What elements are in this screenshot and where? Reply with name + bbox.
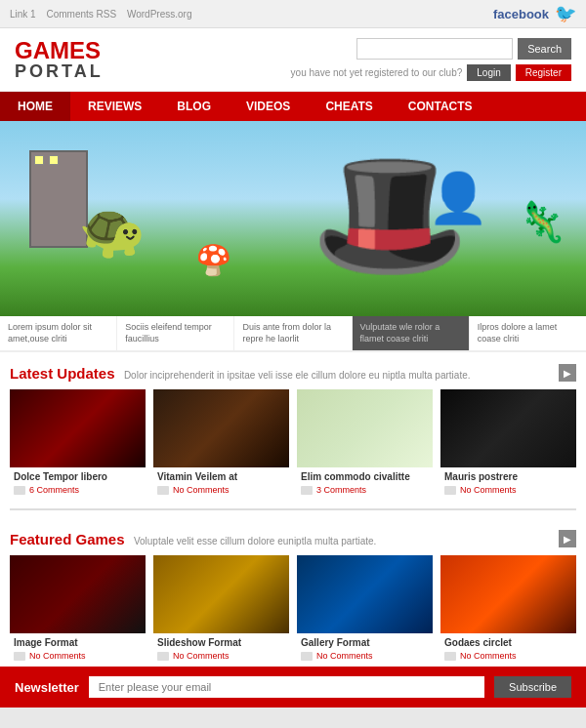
featured-thumb-3	[297, 555, 433, 633]
latest-updates-nav[interactable]: ▶	[559, 364, 576, 382]
featured-games-subtitle: Voluptale velit esse cillum dolore eunip…	[134, 536, 376, 546]
topbar-link-1[interactable]: Link 1	[10, 9, 36, 20]
featured-card-2: Slideshow Format No Comments	[153, 555, 289, 667]
newsletter-input[interactable]	[89, 676, 484, 698]
game-title-4: Mauris postrere	[444, 471, 572, 482]
game-info-1: Dolce Tempor libero 6 Comments	[10, 467, 146, 501]
featured-comment-count-1[interactable]: No Comments	[29, 651, 86, 661]
nav-videos[interactable]: VIDEOS	[229, 92, 308, 121]
nav-home[interactable]: HOME	[0, 92, 70, 121]
featured-games-title-row: Featured Games Voluptale velit esse cill…	[10, 531, 376, 547]
nav-contacts[interactable]: CONTACTS	[391, 92, 490, 121]
thumb-3-text: Duis ante from dolor la repre he laorlit	[242, 322, 343, 344]
featured-info-4: Godaes circlet No Comments	[440, 633, 576, 667]
game-info-3: Elim commodo civalitte 3 Comments	[297, 467, 433, 501]
search-input[interactable]	[356, 38, 513, 60]
thumb-3[interactable]: Duis ante from dolor la repre he laorlit	[234, 316, 352, 350]
comment-count-1[interactable]: 6 Comments	[29, 485, 79, 495]
featured-games-header: Featured Games Voluptale velit esse cill…	[10, 518, 576, 555]
latest-updates-title: Latest Updates	[10, 365, 115, 382]
game-info-4: Mauris postrere No Comments	[440, 467, 576, 501]
featured-thumb-1	[10, 555, 146, 633]
thumbnail-nav: Lorem ipsum dolor sit amet,ouse clriti S…	[0, 316, 586, 352]
twitter-icon[interactable]: 🐦	[555, 3, 576, 24]
featured-info-2: Slideshow Format No Comments	[153, 633, 289, 667]
featured-comment-row-3: No Comments	[301, 651, 429, 661]
featured-comment-count-2[interactable]: No Comments	[173, 651, 230, 661]
featured-thumb-2	[153, 555, 289, 633]
game-card-3: Elim commodo civalitte 3 Comments	[297, 389, 433, 501]
featured-comment-row-2: No Comments	[157, 651, 285, 661]
nav-blog[interactable]: BLOG	[159, 92, 229, 121]
game-thumb-3	[297, 389, 433, 467]
latest-updates-grid: Dolce Tempor libero 6 Comments Vitamin V…	[10, 389, 576, 501]
newsletter-section: Newsletter Subscribe	[0, 667, 586, 708]
logo-portal: PORTAL	[15, 62, 104, 80]
game-title-1: Dolce Tempor libero	[14, 471, 142, 482]
game-thumb-4	[440, 389, 576, 467]
thumb-1-text: Lorem ipsum dolor sit amet,ouse clriti	[8, 322, 108, 344]
comment-count-3[interactable]: 3 Comments	[316, 485, 366, 495]
featured-info-3: Gallery Format No Comments	[297, 633, 433, 667]
register-button[interactable]: Register	[516, 64, 571, 81]
comment-count-4[interactable]: No Comments	[460, 485, 517, 495]
top-bar-links: Link 1 Comments RSS WordPress.org	[10, 9, 199, 20]
thumb-2-text: Sociis eleifend tempor faucillius	[125, 322, 226, 344]
featured-title-3: Gallery Format	[301, 637, 429, 648]
featured-games-nav[interactable]: ▶	[559, 530, 576, 547]
nav-cheats[interactable]: CHEATS	[308, 92, 390, 121]
topbar-link-3[interactable]: WordPress.org	[127, 9, 192, 20]
thumb-5[interactable]: Ilpros dolore a lamet coase clriti	[470, 316, 586, 350]
featured-thumb-4	[440, 555, 576, 633]
navigation: HOME REVIEWS BLOG VIDEOS CHEATS CONTACTS	[0, 92, 586, 121]
comment-count-2[interactable]: No Comments	[173, 485, 230, 495]
comment-row-4: No Comments	[444, 485, 572, 495]
search-button[interactable]: Search	[518, 38, 571, 60]
comment-row-2: No Comments	[157, 485, 285, 495]
auth-prompt: you have not yet registered to our club?	[291, 67, 463, 78]
featured-games-title: Featured Games	[10, 531, 125, 547]
game-card-1: Dolce Tempor libero 6 Comments	[10, 389, 146, 501]
game-title-3: Elim commodo civalitte	[301, 471, 429, 482]
game-info-2: Vitamin Veilem at No Comments	[153, 467, 289, 501]
featured-comment-icon-2	[157, 652, 169, 661]
social-icons: facebook 🐦	[493, 3, 576, 24]
main-content: Latest Updates Dolor inciprehenderit in …	[0, 352, 586, 667]
latest-updates-header: Latest Updates Dolor inciprehenderit in …	[10, 352, 576, 389]
thumb-5-text: Ilpros dolore a lamet coase clriti	[478, 322, 578, 344]
login-button[interactable]: Login	[467, 64, 510, 81]
comment-row-1: 6 Comments	[14, 485, 142, 495]
game-thumb-1	[10, 389, 146, 467]
featured-comment-icon-1	[14, 652, 25, 661]
featured-comment-icon-4	[444, 652, 456, 661]
header-right: Search you have not yet registered to ou…	[291, 38, 571, 81]
auth-row: you have not yet registered to our club?…	[291, 64, 571, 81]
nav-reviews[interactable]: REVIEWS	[70, 92, 159, 121]
game-thumb-2	[153, 389, 289, 467]
latest-updates-subtitle: Dolor inciprehenderit in ipsitae veli is…	[124, 370, 471, 381]
comment-icon-3	[301, 486, 313, 495]
topbar-link-2[interactable]: Comments RSS	[46, 9, 116, 20]
newsletter-label: Newsletter	[15, 680, 79, 695]
thumb-4[interactable]: Vulputate wle rolor a flamet coase clrit…	[353, 316, 470, 350]
featured-comment-row-4: No Comments	[444, 651, 572, 661]
comment-icon-4	[444, 486, 456, 495]
game-card-2: Vitamin Veilem at No Comments	[153, 389, 289, 501]
comment-row-3: 3 Comments	[301, 485, 429, 495]
featured-comment-count-4[interactable]: No Comments	[460, 651, 517, 661]
featured-title-1: Image Format	[14, 637, 142, 648]
top-bar: Link 1 Comments RSS WordPress.org facebo…	[0, 0, 586, 28]
featured-comment-row-1: No Comments	[14, 651, 142, 661]
logo: GAMES PORTAL	[15, 39, 104, 80]
thumb-2[interactable]: Sociis eleifend tempor faucillius	[117, 316, 234, 350]
subscribe-button[interactable]: Subscribe	[494, 676, 571, 698]
featured-comment-count-3[interactable]: No Comments	[316, 651, 373, 661]
game-card-4: Mauris postrere No Comments	[440, 389, 576, 501]
hero-banner: 🐢 🎩 👤 🍄 🦎	[0, 121, 586, 316]
facebook-icon[interactable]: facebook	[493, 7, 549, 21]
featured-card-4: Godaes circlet No Comments	[440, 555, 576, 667]
featured-title-4: Godaes circlet	[444, 637, 572, 648]
featured-info-1: Image Format No Comments	[10, 633, 146, 667]
comment-icon-2	[157, 486, 169, 495]
thumb-1[interactable]: Lorem ipsum dolor sit amet,ouse clriti	[0, 316, 117, 350]
